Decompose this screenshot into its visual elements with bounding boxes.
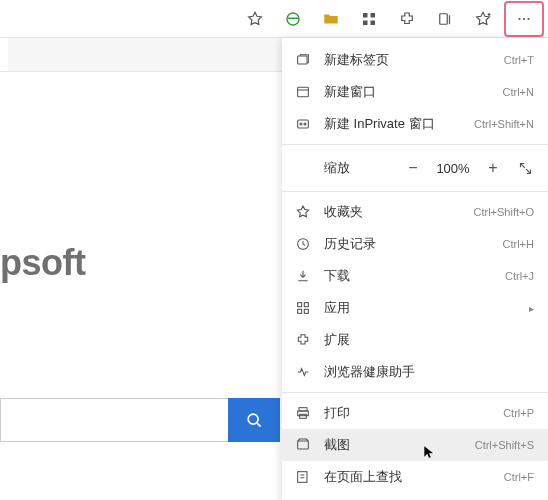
more-icon[interactable] [507, 4, 541, 34]
menu-label: 扩展 [324, 331, 534, 349]
svg-rect-24 [298, 472, 307, 483]
svg-rect-16 [298, 303, 302, 307]
svg-rect-12 [298, 120, 309, 128]
menu-shortcut: Ctrl+P [503, 407, 534, 419]
new-window-icon [294, 83, 312, 101]
search-button[interactable] [228, 398, 280, 442]
svg-rect-10 [298, 56, 307, 64]
zoom-in-button[interactable]: + [480, 155, 506, 181]
folder-icon[interactable] [314, 4, 348, 34]
svg-rect-23 [298, 441, 309, 449]
menu-shortcut: Ctrl+Shift+O [473, 206, 534, 218]
menu-label: 截图 [324, 436, 463, 454]
microsoft-logo-text: psoft [0, 242, 85, 284]
inprivate-icon [294, 115, 312, 133]
menu-item-downloads[interactable]: 下载 Ctrl+J [282, 260, 548, 292]
svg-rect-1 [363, 13, 368, 18]
menu-shortcut: Ctrl+Shift+S [475, 439, 534, 451]
menu-shortcut: Ctrl+N [503, 86, 534, 98]
svg-point-7 [523, 17, 525, 19]
menu-item-zoom: 缩放 − 100% + [282, 149, 548, 187]
menu-shortcut: Ctrl+Shift+N [474, 118, 534, 130]
menu-item-favorites[interactable]: 收藏夹 Ctrl+Shift+O [282, 196, 548, 228]
svg-rect-18 [298, 309, 302, 313]
favorites-icon[interactable] [466, 4, 500, 34]
ie-icon[interactable] [276, 4, 310, 34]
menu-separator [282, 144, 548, 145]
menu-separator [282, 191, 548, 192]
settings-menu: 新建标签页 Ctrl+T 新建窗口 Ctrl+N 新建 InPrivate 窗口… [282, 38, 548, 500]
fullscreen-button[interactable] [512, 155, 538, 181]
svg-point-9 [248, 414, 258, 424]
print-icon [294, 404, 312, 422]
favorites-icon [294, 203, 312, 221]
screenshot-icon [294, 436, 312, 454]
menu-item-apps[interactable]: 应用 ▸ [282, 292, 548, 324]
menu-item-history[interactable]: 历史记录 Ctrl+H [282, 228, 548, 260]
menu-item-new-window[interactable]: 新建窗口 Ctrl+N [282, 76, 548, 108]
menu-label: 新建 InPrivate 窗口 [324, 115, 462, 133]
svg-rect-19 [304, 309, 308, 313]
menu-label: 应用 [324, 299, 512, 317]
zoom-out-button[interactable]: − [400, 155, 426, 181]
menu-label: 新建标签页 [324, 51, 492, 69]
download-icon [294, 267, 312, 285]
search-input[interactable] [0, 398, 228, 442]
menu-shortcut: Ctrl+T [504, 54, 534, 66]
more-button-highlight [504, 1, 544, 37]
menu-shortcut: Ctrl+J [505, 270, 534, 282]
collections-icon[interactable] [428, 4, 462, 34]
svg-rect-17 [304, 303, 308, 307]
svg-point-6 [518, 17, 520, 19]
svg-point-8 [527, 17, 529, 19]
menu-item-extensions[interactable]: 扩展 [282, 324, 548, 356]
menu-item-new-tab[interactable]: 新建标签页 Ctrl+T [282, 44, 548, 76]
svg-rect-22 [300, 414, 307, 418]
svg-rect-4 [371, 20, 376, 25]
svg-rect-3 [363, 20, 368, 25]
new-tab-icon [294, 51, 312, 69]
health-icon [294, 363, 312, 381]
menu-item-screenshot[interactable]: 截图 Ctrl+Shift+S [282, 429, 548, 461]
menu-label: 在页面上查找 [324, 468, 492, 486]
menu-shortcut: Ctrl+F [504, 471, 534, 483]
menu-shortcut: Ctrl+H [503, 238, 534, 250]
menu-label: 打印 [324, 404, 491, 422]
menu-item-health[interactable]: 浏览器健康助手 [282, 356, 548, 388]
chevron-right-icon: ▸ [524, 303, 534, 314]
menu-item-more-tools[interactable]: 更多工具 ▸ [282, 493, 548, 500]
menu-item-new-inprivate[interactable]: 新建 InPrivate 窗口 Ctrl+Shift+N [282, 108, 548, 140]
star-icon[interactable] [238, 4, 272, 34]
apps-icon [294, 299, 312, 317]
svg-point-13 [300, 123, 302, 125]
search-bar [0, 398, 280, 442]
browser-toolbar [0, 0, 548, 38]
svg-rect-11 [298, 87, 309, 96]
find-icon [294, 468, 312, 486]
menu-item-find[interactable]: 在页面上查找 Ctrl+F [282, 461, 548, 493]
svg-rect-5 [440, 13, 448, 24]
extension-icon[interactable] [390, 4, 424, 34]
menu-label: 收藏夹 [324, 203, 461, 221]
menu-item-print[interactable]: 打印 Ctrl+P [282, 397, 548, 429]
history-icon [294, 235, 312, 253]
extensions-icon [294, 331, 312, 349]
zoom-label: 缩放 [324, 159, 394, 177]
grid-icon[interactable] [352, 4, 386, 34]
menu-label: 浏览器健康助手 [324, 363, 534, 381]
svg-point-14 [304, 123, 306, 125]
zoom-value: 100% [432, 161, 474, 176]
menu-label: 新建窗口 [324, 83, 491, 101]
svg-rect-2 [371, 13, 376, 18]
menu-label: 下载 [324, 267, 493, 285]
menu-label: 历史记录 [324, 235, 491, 253]
menu-separator [282, 392, 548, 393]
